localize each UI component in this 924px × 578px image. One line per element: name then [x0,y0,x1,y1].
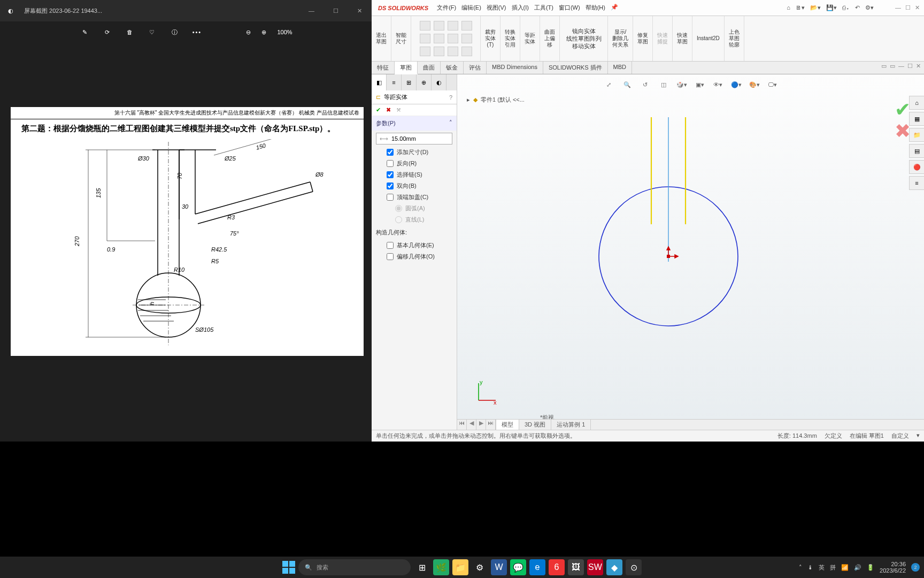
doc-tile-icon[interactable]: ▭ [881,63,887,73]
menu-file[interactable]: 文件(F) [435,3,458,13]
poly-icon[interactable] [448,34,458,43]
add-dim-check[interactable] [387,149,394,156]
move-button[interactable]: 移动实体 [572,42,596,50]
tab-prev[interactable]: ◀ [467,420,476,430]
more-icon[interactable]: ••• [191,29,202,35]
arc-icon[interactable] [448,21,458,31]
menu-insert[interactable]: 插入(I) [510,3,531,13]
cap-check[interactable] [387,194,394,201]
base-geo-check[interactable] [387,242,394,249]
smart-dim-button[interactable]: 智能 尺寸 [391,16,411,61]
menu-view[interactable]: 视图(V) [484,3,509,13]
cancel-button[interactable]: ✖ [386,107,391,113]
start-button[interactable] [282,561,295,574]
tab-next[interactable]: ▶ [476,420,486,430]
explorer-icon[interactable]: 📁 [452,559,468,575]
tab-feature[interactable]: 特征 [372,62,395,74]
text-icon[interactable] [434,47,444,56]
photos-task-icon[interactable]: 🖼 [568,559,584,575]
doc-cascade-icon[interactable]: ▭ [890,63,895,73]
new-icon[interactable]: 🗎▾ [796,4,805,11]
doc-close-icon[interactable]: ✕ [916,63,921,73]
tab-mbd-dim[interactable]: MBD Dimensions [487,62,543,74]
app-red-icon[interactable]: 6 [549,559,565,575]
reverse-check[interactable] [387,160,394,167]
surfoffset-button[interactable]: 曲面 上偏 移 [540,16,560,61]
open-icon[interactable]: 📂▾ [810,4,821,11]
feature-tree-tab[interactable]: ◧ [372,74,387,90]
offset-button[interactable]: 等距 实体 [520,16,540,61]
trim-button[interactable]: 裁剪 实体 (T) [481,16,500,61]
clock[interactable]: 20:362023/6/22 [880,561,906,574]
point-icon[interactable] [448,47,458,56]
info-icon[interactable]: ⓘ [169,28,180,36]
tab-surface[interactable]: 曲面 [418,62,441,74]
wifi-icon[interactable]: 📶 [841,564,849,571]
instant2d-button[interactable]: Instant2D [692,16,725,61]
ok-button[interactable]: ✔ [376,107,381,113]
resources-icon[interactable]: ▦ [909,112,924,126]
spline-icon[interactable] [461,21,472,31]
btab-3dview[interactable]: 3D 视图 [519,420,551,430]
graphics-area[interactable]: ⤢ 🔍 ↺ ◫ 🎲▾ ▣▾ 👁▾ 🔵▾ 🎨▾ 🖵▾ ▸◆零件1 (默认 <<..… [457,74,924,430]
tray-chevron-icon[interactable]: ˄ [799,564,802,571]
battery-icon[interactable]: 🔋 [867,564,874,571]
ime-mode[interactable]: 拼 [830,564,836,572]
print-icon[interactable]: ⎙▾ [842,4,850,11]
library-icon[interactable]: 📁 [909,128,924,142]
app-blue-icon[interactable]: ◆ [606,559,622,575]
menu-window[interactable]: 窗口(W) [557,3,582,13]
ime-lang[interactable]: 英 [819,564,825,572]
dim-tab[interactable]: ⊕ [417,74,432,90]
home-icon[interactable]: ⌂ [787,4,790,11]
widget-icon[interactable]: 🌿 [433,559,449,575]
sw-maximize[interactable]: ☐ [905,4,911,11]
line-icon[interactable] [420,21,430,31]
menu-pin-icon[interactable]: 📌 [609,3,620,13]
sw-close[interactable]: ✕ [915,4,920,11]
circle-icon[interactable] [434,21,444,31]
linear-pattern-button[interactable]: 线性草图阵列 [566,35,602,42]
close-button[interactable]: ✕ [348,0,372,21]
tab-sheetmetal[interactable]: 钣金 [441,62,464,74]
status-chevron[interactable]: ▾ [917,432,920,440]
menu-edit[interactable]: 编辑(E) [459,3,483,13]
edit-icon[interactable]: ✎ [79,29,90,36]
help-icon[interactable]: ? [449,94,452,101]
tab-sketch[interactable]: 草图 [395,62,418,74]
tab-mbd[interactable]: MBD [608,62,632,74]
chain-check[interactable] [387,171,394,178]
both-check[interactable] [387,182,394,189]
quicksnap-button[interactable]: 快速 捕捉 [653,16,673,61]
settings-icon[interactable]: ⚙▾ [865,4,874,11]
section-params[interactable]: 参数(P)˄ [372,116,457,131]
convert-button[interactable]: 转换 实体 引用 [500,16,520,61]
relations-button[interactable]: 显示/ 删除几 何关系 [608,16,633,61]
fillet-icon[interactable] [420,47,430,56]
offset-input[interactable]: ⟷15.00mm [376,133,452,144]
pin-icon[interactable]: ⤱ [396,107,401,113]
appear-tab[interactable]: ◐ [432,74,446,90]
prop-tab[interactable]: ≡ [387,74,402,90]
offset-geo-check[interactable] [387,253,394,260]
minimize-button[interactable]: — [299,0,324,21]
doc-max-icon[interactable]: ☐ [907,63,913,73]
obs-icon[interactable]: ⊙ [626,559,642,575]
sw-minimize[interactable]: — [895,4,901,11]
wechat-icon[interactable]: 💬 [510,559,526,575]
btab-model[interactable]: 模型 [496,420,519,430]
btab-motion[interactable]: 运动算例 1 [551,420,591,430]
config-tab[interactable]: ⊞ [402,74,417,90]
rapidsketch-button[interactable]: 快速 草图 [673,16,692,61]
menu-tools[interactable]: 工具(T) [532,3,556,13]
taskview-icon[interactable]: ⊞ [414,559,430,575]
tab-evaluate[interactable]: 评估 [464,62,487,74]
plane-icon[interactable] [461,47,472,56]
favorite-icon[interactable]: ♡ [147,29,157,36]
notif-icon[interactable]: 2 [911,563,920,572]
tray-temp-icon[interactable]: 🌡 [807,564,813,571]
sw-task-icon[interactable]: SW [587,559,603,575]
tab-addins[interactable]: SOLIDWORKS 插件 [543,62,608,74]
menu-help[interactable]: 帮助(H) [583,3,607,13]
slot-icon[interactable] [434,34,444,43]
